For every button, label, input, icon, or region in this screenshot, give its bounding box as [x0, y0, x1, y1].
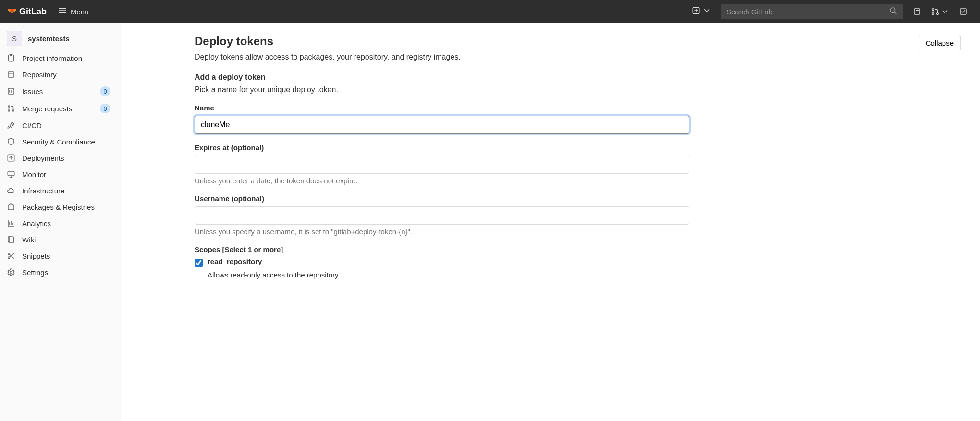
expires-input[interactable] — [195, 156, 689, 174]
cloud-icon — [7, 186, 15, 195]
project-avatar: S — [7, 31, 22, 46]
svg-rect-12 — [960, 9, 966, 14]
menu-button[interactable]: Menu — [58, 6, 89, 17]
package-icon — [7, 203, 15, 211]
sidebar-item-label: Security & Compliance — [22, 138, 115, 146]
sidebar-item-label: Snippets — [22, 252, 115, 260]
search-box[interactable] — [721, 4, 903, 19]
todos-icon[interactable] — [959, 7, 968, 16]
plus-icon — [692, 6, 700, 17]
brand-logo[interactable]: GitLab — [8, 6, 47, 17]
issues-shortcut-icon[interactable] — [913, 7, 921, 16]
page-title: Deploy tokens — [195, 35, 461, 48]
sidebar-item-label: Issues — [22, 87, 93, 96]
svg-rect-26 — [8, 171, 14, 176]
sidebar-item-settings[interactable]: Settings — [0, 264, 122, 280]
sidebar-item-cicd[interactable]: CI/CD — [0, 117, 122, 133]
issues-count-badge: 0 — [100, 86, 110, 96]
project-info-icon — [7, 54, 15, 62]
rocket-icon — [7, 121, 15, 130]
add-token-subtext: Pick a name for your unique deploy token… — [195, 85, 961, 94]
name-input[interactable] — [195, 116, 689, 134]
project-name: systemtests — [28, 35, 70, 43]
deployments-icon — [7, 154, 15, 162]
svg-rect-29 — [8, 205, 14, 210]
sidebar-item-security[interactable]: Security & Compliance — [0, 133, 122, 150]
scope-read-repository-label: read_repository — [208, 257, 262, 265]
sidebar-item-label: CI/CD — [22, 121, 115, 130]
username-help: Unless you specify a username, it is set… — [195, 228, 961, 236]
sidebar-item-label: Repository — [22, 71, 115, 79]
hamburger-icon — [58, 6, 67, 17]
scope-read-repository-checkbox[interactable] — [195, 259, 203, 267]
sidebar-item-label: Merge requests — [22, 105, 93, 113]
sidebar-item-merge-requests[interactable]: Merge requests 0 — [0, 100, 122, 117]
sidebar-item-label: Project information — [22, 54, 115, 62]
sidebar-item-label: Settings — [22, 268, 115, 277]
issues-icon — [7, 87, 15, 96]
gitlab-icon — [8, 6, 16, 17]
sidebar-item-repository[interactable]: Repository — [0, 66, 122, 83]
sidebar: S systemtests Project information Reposi… — [0, 23, 122, 421]
scissors-icon — [7, 252, 15, 260]
project-header[interactable]: S systemtests — [0, 27, 122, 50]
scope-read-repository-row: read_repository — [195, 257, 961, 267]
page-description: Deploy tokens allow access to packages, … — [195, 53, 461, 61]
brand-text: GitLab — [19, 7, 47, 17]
expires-help: Unless you enter a date, the token does … — [195, 177, 961, 185]
merge-request-icon — [7, 104, 15, 113]
sidebar-item-snippets[interactable]: Snippets — [0, 248, 122, 264]
search-icon — [889, 6, 897, 17]
sidebar-item-infrastructure[interactable]: Infrastructure — [0, 182, 122, 199]
username-label: Username (optional) — [195, 194, 961, 203]
sidebar-item-label: Wiki — [22, 236, 115, 244]
sidebar-item-label: Analytics — [22, 219, 115, 228]
gear-icon — [7, 268, 15, 277]
repository-icon — [7, 70, 15, 79]
new-dropdown[interactable] — [692, 6, 711, 17]
chevron-down-icon — [702, 6, 711, 17]
search-input[interactable] — [726, 8, 889, 16]
mr-count-badge: 0 — [100, 104, 110, 113]
sidebar-item-monitor[interactable]: Monitor — [0, 166, 122, 182]
sidebar-item-project-information[interactable]: Project information — [0, 50, 122, 66]
add-token-heading: Add a deploy token — [195, 73, 961, 82]
username-input[interactable] — [195, 206, 689, 225]
sidebar-item-label: Deployments — [22, 154, 115, 162]
monitor-icon — [7, 170, 15, 179]
scopes-label: Scopes [Select 1 or more] — [195, 245, 961, 253]
book-icon — [7, 235, 15, 244]
svg-point-40 — [10, 271, 12, 274]
expires-label: Expires at (optional) — [195, 144, 961, 152]
sidebar-item-label: Infrastructure — [22, 187, 115, 195]
menu-label: Menu — [71, 8, 89, 16]
sidebar-item-wiki[interactable]: Wiki — [0, 231, 122, 248]
top-header: GitLab Menu — [0, 0, 980, 23]
scope-read-repository-desc: Allows read-only access to the repositor… — [208, 271, 961, 279]
sidebar-item-packages[interactable]: Packages & Registries — [0, 199, 122, 215]
svg-line-7 — [894, 12, 896, 13]
name-label: Name — [195, 104, 961, 112]
svg-rect-15 — [8, 72, 14, 77]
sidebar-item-issues[interactable]: Issues 0 — [0, 83, 122, 100]
collapse-button[interactable]: Collapse — [919, 35, 961, 51]
sidebar-item-label: Packages & Registries — [22, 203, 115, 211]
analytics-icon — [7, 219, 15, 228]
sidebar-item-analytics[interactable]: Analytics — [0, 215, 122, 231]
svg-point-23 — [12, 124, 13, 125]
main-content: Deploy tokens Deploy tokens allow access… — [122, 23, 980, 421]
sidebar-item-label: Monitor — [22, 170, 115, 179]
merge-requests-shortcut[interactable] — [931, 7, 949, 16]
sidebar-item-deployments[interactable]: Deployments — [0, 150, 122, 166]
shield-icon — [7, 137, 15, 146]
